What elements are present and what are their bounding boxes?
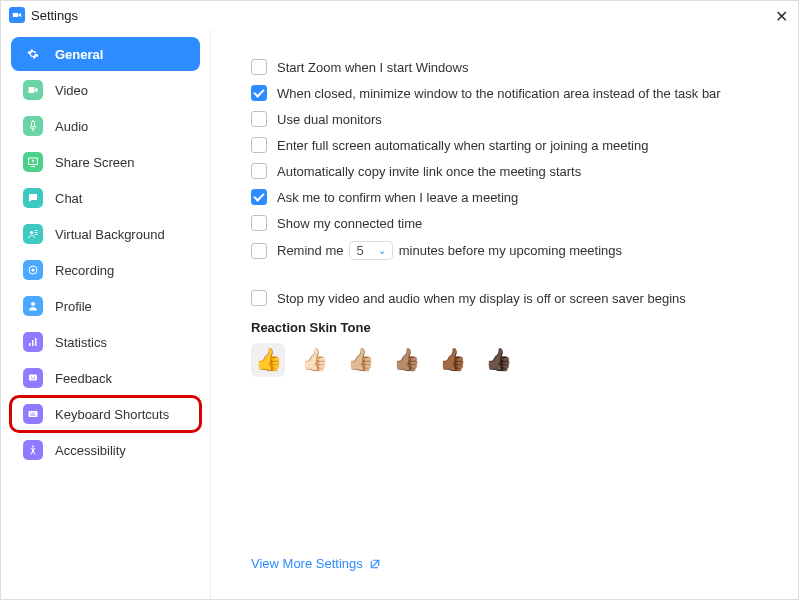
skin-tone-option[interactable]: 👍🏽: [389, 343, 423, 377]
view-more-label: View More Settings: [251, 556, 363, 571]
checkbox[interactable]: [251, 163, 267, 179]
reaction-skin-tone-group: 👍👍🏻👍🏼👍🏽👍🏾👍🏿: [251, 343, 768, 377]
share-screen-icon: [23, 152, 43, 172]
skin-tone-option[interactable]: 👍🏿: [481, 343, 515, 377]
sidebar: GeneralVideoAudioShare ScreenChatVirtual…: [1, 29, 211, 600]
setting-label: Ask me to confirm when I leave a meeting: [277, 190, 518, 205]
checkbox[interactable]: [251, 137, 267, 153]
remind-suffix: minutes before my upcoming meetings: [399, 243, 622, 258]
window-title: Settings: [31, 8, 78, 23]
svg-point-6: [34, 376, 35, 377]
svg-rect-4: [29, 375, 37, 381]
sidebar-item-chat[interactable]: Chat: [11, 181, 200, 215]
setting-remind-me: Remind me 5 ⌄ minutes before my upcoming…: [251, 241, 768, 260]
setting-label: Enter full screen automatically when sta…: [277, 138, 648, 153]
setting-row: Automatically copy invite link once the …: [251, 163, 768, 179]
remind-minutes-value: 5: [356, 243, 363, 258]
sidebar-item-keyboard-shortcuts[interactable]: Keyboard Shortcuts: [11, 397, 200, 431]
skin-tone-option[interactable]: 👍🏾: [435, 343, 469, 377]
sidebar-item-feedback[interactable]: Feedback: [11, 361, 200, 395]
setting-row: Enter full screen automatically when sta…: [251, 137, 768, 153]
sidebar-item-share-screen[interactable]: Share Screen: [11, 145, 200, 179]
checkbox[interactable]: [251, 111, 267, 127]
video-icon: [23, 80, 43, 100]
checkbox[interactable]: [251, 59, 267, 75]
keyboard-shortcuts-icon: [23, 404, 43, 424]
setting-row: Show my connected time: [251, 215, 768, 231]
setting-label: Stop my video and audio when my display …: [277, 291, 686, 306]
sidebar-item-label: Profile: [55, 299, 92, 314]
sidebar-item-label: Virtual Background: [55, 227, 165, 242]
svg-point-2: [32, 269, 35, 272]
close-icon[interactable]: ✕: [775, 7, 788, 26]
audio-icon: [23, 116, 43, 136]
setting-label: Automatically copy invite link once the …: [277, 164, 581, 179]
sidebar-item-general[interactable]: General: [11, 37, 200, 71]
sidebar-item-label: Feedback: [55, 371, 112, 386]
sidebar-item-label: Recording: [55, 263, 114, 278]
sidebar-item-statistics[interactable]: Statistics: [11, 325, 200, 359]
statistics-icon: [23, 332, 43, 352]
setting-row: Use dual monitors: [251, 111, 768, 127]
sidebar-item-profile[interactable]: Profile: [11, 289, 200, 323]
svg-rect-10: [34, 413, 35, 414]
sidebar-item-label: Video: [55, 83, 88, 98]
svg-rect-11: [31, 415, 36, 416]
chevron-down-icon: ⌄: [378, 245, 386, 256]
checkbox[interactable]: [251, 215, 267, 231]
sidebar-item-label: Accessibility: [55, 443, 126, 458]
external-link-icon: [369, 558, 381, 570]
sidebar-item-label: Share Screen: [55, 155, 135, 170]
setting-label: Start Zoom when I start Windows: [277, 60, 468, 75]
chat-icon: [23, 188, 43, 208]
sidebar-item-recording[interactable]: Recording: [11, 253, 200, 287]
titlebar: Settings ✕: [1, 1, 798, 29]
svg-rect-8: [30, 413, 31, 414]
skin-tone-option[interactable]: 👍: [251, 343, 285, 377]
virtual-background-icon: [23, 224, 43, 244]
setting-label: When closed, minimize window to the noti…: [277, 86, 721, 101]
checkbox-remind-me[interactable]: [251, 243, 267, 259]
setting-label: Show my connected time: [277, 216, 422, 231]
svg-rect-9: [32, 413, 33, 414]
sidebar-item-label: Chat: [55, 191, 82, 206]
sidebar-item-label: Keyboard Shortcuts: [55, 407, 169, 422]
recording-icon: [23, 260, 43, 280]
setting-row: Start Zoom when I start Windows: [251, 59, 768, 75]
remind-minutes-select[interactable]: 5 ⌄: [349, 241, 392, 260]
setting-row: Ask me to confirm when I leave a meeting: [251, 189, 768, 205]
skin-tone-option[interactable]: 👍🏼: [343, 343, 377, 377]
sidebar-item-accessibility[interactable]: Accessibility: [11, 433, 200, 467]
reaction-skin-tone-heading: Reaction Skin Tone: [251, 320, 768, 335]
svg-point-3: [31, 302, 35, 306]
setting-row: When closed, minimize window to the noti…: [251, 85, 768, 101]
checkbox[interactable]: [251, 85, 267, 101]
sidebar-item-audio[interactable]: Audio: [11, 109, 200, 143]
feedback-icon: [23, 368, 43, 388]
checkbox[interactable]: [251, 189, 267, 205]
setting-stop-video-audio: Stop my video and audio when my display …: [251, 290, 768, 306]
app-icon: [9, 7, 25, 23]
sidebar-item-virtual-background[interactable]: Virtual Background: [11, 217, 200, 251]
accessibility-icon: [23, 440, 43, 460]
setting-label: Use dual monitors: [277, 112, 382, 127]
svg-rect-7: [29, 411, 38, 417]
svg-point-12: [32, 446, 34, 448]
remind-prefix: Remind me: [277, 243, 343, 258]
sidebar-item-label: General: [55, 47, 103, 62]
skin-tone-option[interactable]: 👍🏻: [297, 343, 331, 377]
view-more-settings-link[interactable]: View More Settings: [251, 556, 381, 571]
svg-point-5: [31, 376, 32, 377]
sidebar-item-video[interactable]: Video: [11, 73, 200, 107]
settings-panel: Start Zoom when I start WindowsWhen clos…: [211, 29, 798, 600]
profile-icon: [23, 296, 43, 316]
svg-point-0: [30, 231, 33, 234]
general-icon: [23, 44, 43, 64]
checkbox-stop-video-audio[interactable]: [251, 290, 267, 306]
sidebar-item-label: Statistics: [55, 335, 107, 350]
sidebar-item-label: Audio: [55, 119, 88, 134]
